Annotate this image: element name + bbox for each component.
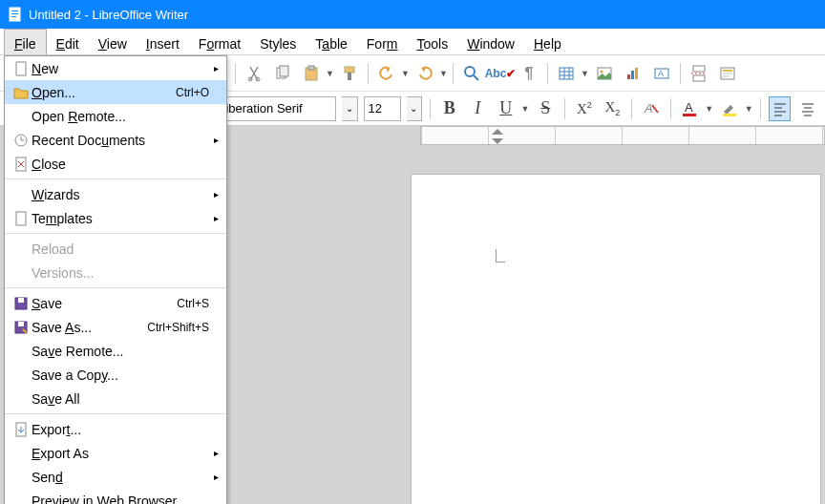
svg-rect-37 bbox=[723, 114, 736, 116]
menu-templates[interactable]: Templates ▸ bbox=[5, 206, 226, 230]
redo-dropdown-icon[interactable]: ▼ bbox=[439, 69, 447, 78]
svg-rect-23 bbox=[635, 68, 638, 79]
new-doc-icon bbox=[11, 61, 32, 76]
font-size-combo[interactable]: 12 bbox=[364, 96, 401, 121]
font-name-combo[interactable]: Liberation Serif bbox=[214, 96, 336, 121]
svg-rect-27 bbox=[693, 75, 705, 81]
svg-rect-22 bbox=[631, 71, 634, 79]
menu-help[interactable]: Help bbox=[524, 29, 571, 54]
svg-text:A: A bbox=[658, 69, 664, 78]
submenu-arrow-icon: ▸ bbox=[209, 189, 219, 200]
menu-table[interactable]: Table bbox=[306, 29, 356, 54]
highlight-color-icon[interactable] bbox=[718, 96, 741, 121]
toolbar-separator bbox=[680, 63, 681, 84]
font-name-value: Liberation Serif bbox=[219, 101, 302, 116]
menu-export[interactable]: Export... bbox=[5, 417, 226, 441]
menu-open[interactable]: Open... Ctrl+O bbox=[5, 80, 226, 104]
menu-separator bbox=[5, 287, 226, 288]
menu-open-remote[interactable]: Open Remote... bbox=[5, 104, 226, 128]
svg-rect-30 bbox=[723, 70, 732, 72]
horizontal-ruler[interactable] bbox=[420, 126, 825, 145]
paste-dropdown-icon[interactable]: ▼ bbox=[326, 69, 333, 78]
toolbar-separator bbox=[760, 98, 761, 119]
align-center-button[interactable] bbox=[796, 96, 819, 121]
menu-styles[interactable]: Styles bbox=[250, 29, 306, 54]
italic-button[interactable]: I bbox=[466, 96, 489, 121]
menu-file[interactable]: File bbox=[4, 29, 47, 54]
svg-text:A: A bbox=[685, 100, 693, 115]
clear-formatting-icon[interactable]: A bbox=[640, 96, 663, 121]
save-as-shortcut: Ctrl+Shift+S bbox=[147, 321, 209, 334]
menu-format[interactable]: Format bbox=[189, 29, 250, 54]
submenu-arrow-icon: ▸ bbox=[209, 448, 219, 458]
menu-save-remote[interactable]: Save Remote... bbox=[5, 339, 226, 363]
menu-separator bbox=[5, 178, 226, 179]
menu-preview-browser[interactable]: Preview in Web Browser bbox=[5, 489, 226, 504]
font-size-dropdown-icon[interactable]: ⌄ bbox=[407, 96, 422, 121]
document-page[interactable] bbox=[411, 174, 821, 504]
templates-icon bbox=[11, 211, 32, 226]
menu-wizards[interactable]: Wizards ▸ bbox=[5, 182, 226, 206]
underline-dropdown-icon[interactable]: ▼ bbox=[521, 104, 529, 114]
menu-bar: File Edit View Insert Format Styles Tabl… bbox=[0, 29, 825, 55]
svg-line-13 bbox=[474, 75, 478, 80]
title-bar: Untitled 2 - LibreOffice Writer bbox=[0, 0, 825, 29]
menu-view[interactable]: View bbox=[89, 29, 137, 54]
menu-save-copy[interactable]: Save a Copy... bbox=[5, 363, 226, 387]
clock-icon bbox=[11, 133, 32, 148]
menu-insert[interactable]: Insert bbox=[137, 29, 189, 54]
menu-separator bbox=[5, 413, 226, 414]
menu-save-all[interactable]: Save All bbox=[5, 387, 226, 410]
formatting-marks-icon[interactable]: ¶ bbox=[517, 61, 541, 86]
menu-reload: Reload bbox=[5, 237, 226, 261]
menu-export-as[interactable]: Export As ▸ bbox=[5, 441, 226, 465]
strikethrough-button[interactable]: S bbox=[535, 96, 558, 121]
insert-textbox-icon[interactable]: A bbox=[649, 61, 674, 86]
menu-recent-documents[interactable]: Recent Documents ▸ bbox=[5, 128, 226, 152]
paste-icon[interactable] bbox=[299, 61, 324, 86]
insert-field-icon[interactable] bbox=[715, 61, 740, 86]
font-color-icon[interactable]: A bbox=[679, 96, 702, 121]
menu-form[interactable]: Form bbox=[357, 29, 408, 54]
bold-button[interactable]: B bbox=[438, 96, 461, 121]
superscript-button[interactable]: X2 bbox=[573, 96, 596, 121]
spellcheck-icon[interactable]: Abc✔ bbox=[488, 61, 513, 86]
undo-dropdown-icon[interactable]: ▼ bbox=[401, 69, 409, 78]
svg-rect-36 bbox=[683, 114, 696, 116]
redo-icon[interactable] bbox=[412, 61, 437, 86]
copy-icon[interactable] bbox=[270, 61, 295, 86]
menu-save-as[interactable]: Save As... Ctrl+Shift+S bbox=[5, 315, 226, 339]
subscript-button[interactable]: X2 bbox=[602, 96, 624, 121]
svg-rect-51 bbox=[16, 212, 26, 225]
insert-page-break-icon[interactable] bbox=[687, 61, 711, 86]
font-name-dropdown-icon[interactable]: ⌄ bbox=[342, 96, 357, 121]
cut-icon[interactable] bbox=[242, 61, 266, 86]
insert-image-icon[interactable] bbox=[592, 61, 617, 86]
underline-button[interactable]: U bbox=[495, 96, 518, 121]
menu-window[interactable]: Window bbox=[457, 29, 524, 54]
svg-rect-26 bbox=[693, 66, 705, 72]
save-icon bbox=[11, 296, 32, 311]
menu-save[interactable]: Save Ctrl+S bbox=[5, 291, 226, 315]
clone-formatting-icon[interactable] bbox=[337, 61, 362, 86]
toolbar-separator bbox=[547, 63, 548, 84]
insert-table-icon[interactable] bbox=[554, 61, 579, 86]
svg-rect-32 bbox=[723, 75, 730, 77]
menu-close[interactable]: Close bbox=[5, 152, 226, 176]
table-dropdown-icon[interactable]: ▼ bbox=[581, 69, 588, 78]
undo-icon[interactable] bbox=[374, 61, 399, 86]
menu-new[interactable]: New ▸ bbox=[5, 56, 226, 80]
toolbar-separator bbox=[631, 98, 632, 119]
menu-tools[interactable]: Tools bbox=[407, 29, 457, 54]
svg-text:A: A bbox=[644, 101, 653, 116]
toolbar-separator bbox=[564, 98, 565, 119]
menu-send[interactable]: Send ▸ bbox=[5, 465, 226, 489]
save-shortcut: Ctrl+S bbox=[177, 297, 209, 310]
align-left-button[interactable] bbox=[769, 96, 792, 121]
insert-chart-icon[interactable] bbox=[621, 61, 645, 86]
highlight-dropdown-icon[interactable]: ▼ bbox=[745, 104, 752, 114]
menu-edit[interactable]: Edit bbox=[47, 29, 89, 54]
svg-line-34 bbox=[652, 105, 658, 113]
font-color-dropdown-icon[interactable]: ▼ bbox=[705, 104, 712, 114]
find-icon[interactable] bbox=[459, 61, 484, 86]
